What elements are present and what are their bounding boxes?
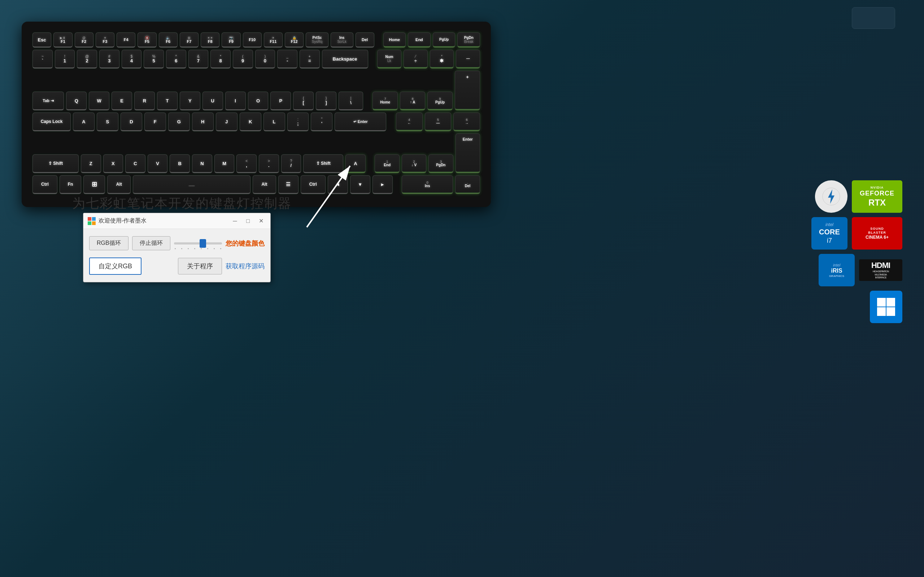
key-backtick[interactable]: ~` bbox=[32, 50, 53, 69]
dialog-minimize-button[interactable]: ─ bbox=[230, 217, 240, 225]
key-1[interactable]: !1 bbox=[55, 50, 75, 69]
key-num-7[interactable]: 7Home bbox=[373, 92, 398, 110]
key-space[interactable]: ___ bbox=[133, 175, 250, 194]
key-numlock[interactable]: NumLk bbox=[377, 50, 401, 69]
key-win[interactable]: ⊞ bbox=[83, 175, 105, 194]
key-q[interactable]: Q bbox=[66, 92, 87, 110]
key-0[interactable]: )0 bbox=[255, 50, 275, 69]
key-backspace[interactable]: Backspace bbox=[322, 50, 368, 69]
key-z[interactable]: Z bbox=[81, 154, 101, 173]
key-num-3[interactable]: 3PgDn bbox=[428, 154, 453, 173]
key-2[interactable]: @2 bbox=[77, 50, 97, 69]
key-n[interactable]: N bbox=[192, 154, 212, 173]
key-prtsc[interactable]: PrtScSysRq bbox=[306, 32, 328, 48]
key-num-enter[interactable]: Enter bbox=[456, 134, 480, 173]
key-lshift[interactable]: ⇧ Shift bbox=[32, 154, 79, 173]
key-ins[interactable]: InsScrLk bbox=[331, 32, 353, 48]
key-right-arrow[interactable]: ► bbox=[373, 175, 393, 194]
key-lctrl[interactable]: Ctrl bbox=[32, 175, 57, 194]
about-button[interactable]: 关于程序 bbox=[178, 258, 222, 274]
key-s[interactable]: S bbox=[97, 113, 118, 131]
stop-cycle-button[interactable]: 停止循环 bbox=[132, 236, 170, 250]
key-k[interactable]: K bbox=[240, 113, 261, 131]
key-8[interactable]: *8 bbox=[210, 50, 231, 69]
key-f2[interactable]: @F2 bbox=[75, 32, 94, 48]
key-e[interactable]: E bbox=[111, 92, 132, 110]
key-num-2[interactable]: 2↓ V bbox=[402, 154, 426, 173]
key-num-dot[interactable]: .Del bbox=[455, 175, 480, 194]
key-t[interactable]: T bbox=[157, 92, 178, 110]
key-y[interactable]: Y bbox=[180, 92, 200, 110]
power-button-area[interactable] bbox=[852, 7, 895, 29]
key-rbracket[interactable]: }] bbox=[316, 92, 336, 110]
key-num-1[interactable]: 1End bbox=[375, 154, 399, 173]
dialog-close-button[interactable]: ✕ bbox=[256, 217, 266, 225]
source-code-link[interactable]: 获取程序源码 bbox=[226, 262, 265, 271]
rgb-cycle-button[interactable]: RGB循环 bbox=[89, 236, 129, 250]
key-6[interactable]: ^6 bbox=[166, 50, 186, 69]
key-d[interactable]: D bbox=[121, 113, 142, 131]
key-f6[interactable]: 🔈F6 bbox=[159, 32, 178, 48]
key-num-0[interactable]: 0Ins bbox=[402, 175, 453, 194]
key-num-asterisk[interactable]: *✱ bbox=[430, 50, 454, 69]
key-end[interactable]: End bbox=[408, 32, 431, 48]
key-f[interactable]: F bbox=[144, 113, 166, 131]
key-num-8[interactable]: 8↑ A bbox=[400, 92, 425, 110]
key-i[interactable]: I bbox=[225, 92, 246, 110]
key-num-plus[interactable]: + bbox=[455, 71, 480, 110]
key-lbracket[interactable]: {[ bbox=[293, 92, 313, 110]
key-5[interactable]: %5 bbox=[144, 50, 164, 69]
key-f5[interactable]: 🔇F5 bbox=[137, 32, 156, 48]
key-p[interactable]: P bbox=[270, 92, 291, 110]
key-backslash[interactable]: |\ bbox=[339, 92, 363, 110]
key-enter[interactable]: ↵ Enter bbox=[334, 113, 386, 131]
key-v[interactable]: V bbox=[148, 154, 168, 173]
key-num-5[interactable]: 5— bbox=[425, 113, 452, 131]
key-g[interactable]: G bbox=[168, 113, 190, 131]
key-num-4[interactable]: 4← bbox=[396, 113, 423, 131]
key-capslock[interactable]: Caps Lock bbox=[32, 113, 71, 131]
key-a[interactable]: A bbox=[73, 113, 95, 131]
key-f1[interactable]: ▶⏸F1 bbox=[53, 32, 72, 48]
key-quote[interactable]: "' bbox=[311, 113, 333, 131]
key-pgdn[interactable]: PgDnBreak bbox=[457, 32, 480, 48]
key-fn[interactable]: Fn bbox=[60, 175, 81, 194]
key-l[interactable]: L bbox=[263, 113, 285, 131]
key-home[interactable]: Home bbox=[383, 32, 406, 48]
key-semicolon[interactable]: :; bbox=[287, 113, 309, 131]
key-c[interactable]: C bbox=[125, 154, 145, 173]
slider-thumb[interactable] bbox=[200, 239, 206, 248]
key-f10[interactable]: F10 bbox=[243, 32, 262, 48]
key-f4[interactable]: F4 bbox=[116, 32, 135, 48]
key-m[interactable]: M bbox=[215, 154, 234, 173]
key-equals[interactable]: += bbox=[300, 50, 320, 69]
key-4[interactable]: $4 bbox=[122, 50, 142, 69]
key-h[interactable]: H bbox=[192, 113, 214, 131]
key-3[interactable]: #3 bbox=[99, 50, 120, 69]
custom-rgb-button[interactable]: 自定义RGB bbox=[89, 258, 142, 275]
key-u[interactable]: U bbox=[202, 92, 223, 110]
key-lalt[interactable]: Alt bbox=[107, 175, 131, 194]
key-num-slash[interactable]: ⁄÷ bbox=[404, 50, 428, 69]
key-f9[interactable]: 📷F9 bbox=[221, 32, 241, 48]
key-tab[interactable]: Tab ⇥ bbox=[32, 92, 64, 110]
key-7[interactable]: &7 bbox=[188, 50, 208, 69]
key-esc[interactable]: Esc bbox=[32, 32, 51, 48]
key-f3[interactable]: ☀F3 bbox=[96, 32, 115, 48]
key-minus[interactable]: _- bbox=[277, 50, 297, 69]
key-num-minus[interactable]: — bbox=[456, 50, 480, 69]
key-f12[interactable]: 🔒F12 bbox=[285, 32, 304, 48]
key-num-6[interactable]: 6→ bbox=[453, 113, 480, 131]
key-f7[interactable]: ⊞F7 bbox=[180, 32, 199, 48]
dialog-maximize-button[interactable]: □ bbox=[243, 217, 253, 225]
key-f8[interactable]: ☀☀F8 bbox=[201, 32, 220, 48]
key-num-9[interactable]: 9PgUp bbox=[427, 92, 452, 110]
key-9[interactable]: (9 bbox=[233, 50, 253, 69]
key-r[interactable]: R bbox=[134, 92, 155, 110]
key-j[interactable]: J bbox=[216, 113, 237, 131]
key-pgup[interactable]: PgUp bbox=[433, 32, 456, 48]
key-b[interactable]: B bbox=[170, 154, 190, 173]
key-del-top[interactable]: Del bbox=[355, 32, 374, 48]
key-w[interactable]: W bbox=[89, 92, 109, 110]
key-o[interactable]: O bbox=[248, 92, 268, 110]
